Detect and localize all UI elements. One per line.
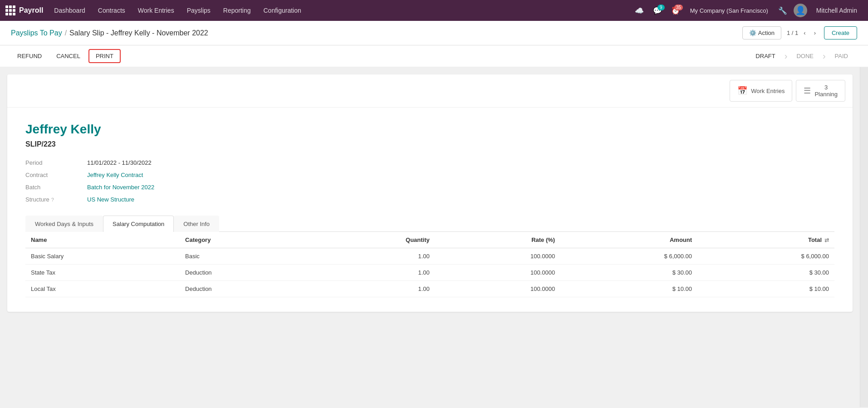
navbar: Payroll Dashboard Contracts Work Entries…	[0, 0, 868, 21]
cell-total: $ 30.00	[697, 265, 834, 281]
cell-quantity: 1.00	[312, 281, 435, 297]
status-arrow-1: ›	[785, 51, 788, 61]
cell-name: Local Tax	[25, 281, 180, 297]
action-label: Action	[758, 29, 775, 36]
grid-icon	[5, 5, 15, 15]
period-value: 11/01/2022 - 11/30/2022	[87, 159, 252, 166]
cell-rate: 100.0000	[435, 265, 560, 281]
col-total: Total ⇄	[697, 232, 834, 248]
structure-link[interactable]: US New Structure	[87, 196, 252, 203]
calendar-icon: 📅	[737, 86, 747, 96]
table-row: State Tax Deduction 1.00 100.0000 $ 30.0…	[25, 265, 834, 281]
structure-help-icon: ?	[51, 197, 54, 202]
main-content: 📅 Work Entries ☰ 3Planning Jeffrey Kelly…	[0, 67, 868, 407]
tab-salary-computation[interactable]: Salary Computation	[103, 216, 174, 232]
nav-contracts[interactable]: Contracts	[93, 0, 131, 21]
form-body: Jeffrey Kelly SLIP/223 Period 11/01/2022…	[7, 108, 853, 312]
pager: 1 / 1 ‹ ›	[787, 29, 819, 37]
nav-work-entries[interactable]: Work Entries	[132, 0, 180, 21]
breadcrumb-separator: /	[65, 29, 67, 37]
planning-button[interactable]: ☰ 3Planning	[796, 80, 845, 102]
avatar[interactable]: 👤	[794, 4, 807, 17]
cell-total: $ 6,000.00	[697, 248, 834, 265]
slip-number: SLIP/223	[25, 140, 834, 148]
action-bar: REFUND CANCEL PRINT DRAFT › DONE › PAID	[0, 45, 868, 67]
cell-rate: 100.0000	[435, 248, 560, 265]
col-rate: Rate (%)	[435, 232, 560, 248]
form-fields: Period 11/01/2022 - 11/30/2022 Contract …	[25, 159, 252, 203]
cell-amount: $ 10.00	[560, 281, 697, 297]
cell-category: Basic	[180, 248, 312, 265]
batch-link[interactable]: Batch for November 2022	[87, 184, 252, 191]
col-category: Category	[180, 232, 312, 248]
chat-icon-btn[interactable]: 💬 9	[650, 5, 665, 17]
tabs: Worked Days & Inputs Salary Computation …	[25, 216, 834, 232]
cloud-icon-btn[interactable]: ☁️	[632, 5, 647, 17]
status-bar: DRAFT › DONE › PAID	[746, 50, 857, 62]
status-paid: PAID	[826, 50, 857, 62]
breadcrumb-parent[interactable]: Payslips To Pay	[11, 29, 62, 37]
list-icon: ☰	[804, 86, 811, 96]
nav-configuration[interactable]: Configuration	[258, 0, 307, 21]
structure-label: Structure ?	[25, 196, 80, 203]
refund-button[interactable]: REFUND	[11, 50, 48, 62]
tools-icon-btn[interactable]: 🔧	[775, 5, 790, 17]
table-row: Local Tax Deduction 1.00 100.0000 $ 10.0…	[25, 281, 834, 297]
contract-link[interactable]: Jeffrey Kelly Contract	[87, 172, 252, 178]
breadcrumb: Payslips To Pay / Salary Slip - Jeffrey …	[11, 29, 208, 37]
work-entries-label: Work Entries	[751, 88, 785, 94]
nav-dashboard[interactable]: Dashboard	[49, 0, 91, 21]
cell-quantity: 1.00	[312, 265, 435, 281]
clock-badge: 35	[674, 5, 683, 10]
cell-name: State Tax	[25, 265, 180, 281]
work-entries-button[interactable]: 📅 Work Entries	[730, 80, 792, 102]
tab-other-info[interactable]: Other Info	[174, 216, 219, 232]
print-button[interactable]: PRINT	[88, 49, 121, 63]
create-button[interactable]: Create	[824, 26, 857, 39]
col-amount: Amount	[560, 232, 697, 248]
right-sidebar	[860, 67, 868, 407]
form-card: 📅 Work Entries ☰ 3Planning Jeffrey Kelly…	[7, 74, 853, 312]
planning-label: 3Planning	[814, 84, 838, 98]
status-arrow-2: ›	[823, 51, 826, 61]
action-buttons: REFUND CANCEL PRINT	[11, 49, 121, 63]
salary-table: Name Category Quantity Rate (%) Amount T…	[25, 232, 834, 297]
pager-count: 1 / 1	[787, 29, 798, 36]
cell-amount: $ 30.00	[560, 265, 697, 281]
chat-badge: 9	[657, 5, 665, 10]
status-done: DONE	[787, 50, 823, 62]
cell-name: Basic Salary	[25, 248, 180, 265]
company-name: My Company (San Francisco)	[687, 7, 772, 14]
cell-category: Deduction	[180, 281, 312, 297]
gear-icon: ⚙️	[749, 29, 756, 36]
pager-next[interactable]: ›	[811, 29, 819, 37]
navbar-right: ☁️ 💬 9 ⏰ 35 My Company (San Francisco) 🔧…	[632, 0, 863, 21]
subheader-right: ⚙️ Action 1 / 1 ‹ › Create	[742, 26, 857, 39]
action-button[interactable]: ⚙️ Action	[742, 26, 781, 39]
period-label: Period	[25, 159, 80, 166]
cell-rate: 100.0000	[435, 281, 560, 297]
breadcrumb-current: Salary Slip - Jeffrey Kelly - November 2…	[69, 29, 208, 37]
cell-quantity: 1.00	[312, 248, 435, 265]
col-name: Name	[25, 232, 180, 248]
user-name[interactable]: Mitchell Admin	[811, 0, 863, 21]
cell-category: Deduction	[180, 265, 312, 281]
cancel-button[interactable]: CANCEL	[50, 50, 87, 62]
tab-worked-days[interactable]: Worked Days & Inputs	[25, 216, 103, 232]
employee-name: Jeffrey Kelly	[25, 122, 834, 137]
content-area: 📅 Work Entries ☰ 3Planning Jeffrey Kelly…	[0, 67, 860, 407]
batch-label: Batch	[25, 184, 80, 191]
nav-reporting[interactable]: Reporting	[218, 0, 256, 21]
col-quantity: Quantity	[312, 232, 435, 248]
clock-icon-btn[interactable]: ⏰ 35	[668, 5, 683, 17]
sort-icon[interactable]: ⇄	[824, 237, 829, 243]
nav-payslips[interactable]: Payslips	[181, 0, 216, 21]
navbar-brand[interactable]: Payroll	[5, 5, 43, 15]
pager-prev[interactable]: ‹	[801, 29, 808, 37]
contract-label: Contract	[25, 172, 80, 178]
navbar-app-name: Payroll	[19, 6, 43, 15]
cell-amount: $ 6,000.00	[560, 248, 697, 265]
subheader: Payslips To Pay / Salary Slip - Jeffrey …	[0, 21, 868, 45]
status-draft: DRAFT	[746, 50, 784, 62]
table-row: Basic Salary Basic 1.00 100.0000 $ 6,000…	[25, 248, 834, 265]
